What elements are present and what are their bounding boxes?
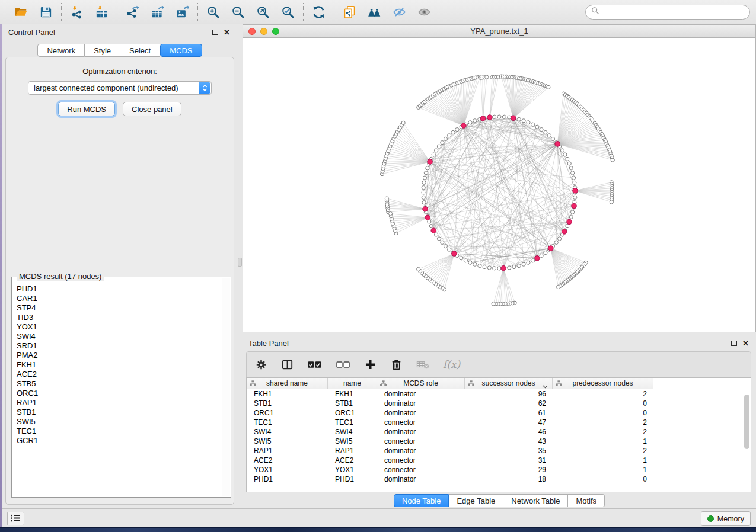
run-mcds-button[interactable]: Run MCDS bbox=[58, 102, 115, 116]
result-node-item[interactable]: ACE2 bbox=[17, 370, 221, 379]
result-node-item[interactable]: SWI4 bbox=[17, 332, 221, 341]
result-node-item[interactable]: PMA2 bbox=[17, 351, 221, 360]
table-cell[interactable]: dominator bbox=[377, 389, 465, 399]
result-node-item[interactable]: STB1 bbox=[17, 408, 221, 417]
maximize-window-icon[interactable] bbox=[272, 28, 279, 35]
result-list-scrollbar[interactable] bbox=[222, 278, 230, 496]
close-window-icon[interactable] bbox=[248, 28, 256, 35]
table-cell[interactable]: dominator bbox=[377, 399, 465, 408]
zoom-selected-button[interactable] bbox=[279, 3, 297, 21]
import-table-button[interactable] bbox=[92, 3, 111, 21]
minimize-window-icon[interactable] bbox=[260, 28, 267, 35]
zoom-in-button[interactable] bbox=[204, 3, 222, 21]
result-node-item[interactable]: CAR1 bbox=[17, 294, 221, 303]
table-cell[interactable]: 35 bbox=[465, 446, 553, 456]
zoom-out-button[interactable] bbox=[229, 3, 247, 21]
column-header-predecessor-nodes[interactable]: predecessor nodes bbox=[553, 378, 653, 389]
memory-button[interactable]: Memory bbox=[701, 511, 751, 526]
table-cell[interactable]: RAP1 bbox=[247, 446, 328, 456]
table-cell[interactable]: ORC1 bbox=[247, 408, 328, 418]
criterion-dropdown[interactable]: largest connected component (undirected) bbox=[28, 81, 212, 95]
table-cell[interactable]: 0 bbox=[553, 399, 653, 408]
table-row[interactable]: YOX1YOX1connector291 bbox=[247, 465, 751, 475]
result-node-item[interactable]: STP4 bbox=[17, 303, 221, 313]
tab-select[interactable]: Select bbox=[120, 44, 160, 57]
close-table-panel-icon[interactable]: ✕ bbox=[742, 339, 749, 347]
vertical-splitter[interactable] bbox=[237, 24, 243, 508]
table-row[interactable]: SWI4SWI4dominator462 bbox=[247, 427, 751, 437]
search-input[interactable] bbox=[603, 8, 744, 17]
table-cell[interactable]: YOX1 bbox=[328, 465, 377, 475]
table-row[interactable]: TEC1TEC1connector472 bbox=[247, 418, 751, 427]
table-cell[interactable]: 61 bbox=[465, 408, 553, 418]
table-cell[interactable]: TEC1 bbox=[247, 418, 328, 427]
table-cell[interactable]: 2 bbox=[553, 418, 653, 427]
tab-edge-table[interactable]: Edge Table bbox=[449, 494, 503, 507]
table-cell[interactable]: connector bbox=[377, 456, 465, 465]
table-cell[interactable]: 0 bbox=[553, 475, 653, 484]
table-cell[interactable]: FKH1 bbox=[328, 389, 377, 399]
table-cell[interactable]: ORC1 bbox=[328, 408, 377, 418]
table-cell[interactable]: 0 bbox=[553, 408, 653, 418]
table-row[interactable]: RAP1RAP1dominator352 bbox=[247, 446, 751, 456]
table-cell[interactable]: STB1 bbox=[328, 399, 377, 408]
table-row[interactable]: ACE2ACE2connector311 bbox=[247, 456, 751, 465]
result-node-item[interactable]: PHD1 bbox=[17, 284, 221, 294]
zoom-fit-button[interactable] bbox=[254, 3, 272, 21]
result-node-item[interactable]: TEC1 bbox=[17, 427, 221, 436]
settings-icon[interactable] bbox=[255, 358, 267, 371]
clone-network-button[interactable] bbox=[340, 3, 359, 21]
column-header-name[interactable]: name bbox=[328, 378, 377, 389]
table-cell[interactable]: connector bbox=[377, 437, 465, 446]
hide-selected-button[interactable] bbox=[390, 3, 409, 21]
table-cell[interactable]: connector bbox=[377, 465, 465, 475]
table-cell[interactable]: 47 bbox=[465, 418, 553, 427]
split-panel-icon[interactable] bbox=[281, 358, 294, 371]
close-panel-icon[interactable]: ✕ bbox=[224, 28, 230, 36]
table-cell[interactable]: PHD1 bbox=[247, 475, 328, 484]
table-cell[interactable]: 1 bbox=[553, 437, 653, 446]
export-table-button[interactable] bbox=[148, 3, 167, 21]
result-node-item[interactable]: TID3 bbox=[17, 313, 221, 322]
refresh-button[interactable] bbox=[310, 3, 328, 21]
table-cell[interactable]: 1 bbox=[553, 465, 653, 475]
table-cell[interactable]: 31 bbox=[465, 456, 553, 465]
table-cell[interactable]: connector bbox=[377, 418, 465, 427]
tab-network-table[interactable]: Network Table bbox=[503, 494, 568, 507]
save-button[interactable] bbox=[37, 3, 55, 21]
table-cell[interactable]: dominator bbox=[377, 427, 465, 437]
table-cell[interactable]: 62 bbox=[465, 399, 553, 408]
table-cell[interactable]: 2 bbox=[553, 446, 653, 456]
delete-column-icon[interactable] bbox=[390, 358, 403, 371]
network-canvas[interactable] bbox=[243, 38, 755, 332]
table-cell[interactable]: dominator bbox=[377, 446, 465, 456]
column-header-shared-name[interactable]: shared name bbox=[247, 378, 328, 389]
table-cell[interactable]: SWI5 bbox=[247, 437, 328, 446]
search-box[interactable] bbox=[585, 5, 750, 20]
deselect-all-icon[interactable] bbox=[336, 360, 350, 369]
result-node-item[interactable]: SRD1 bbox=[17, 341, 221, 351]
table-cell[interactable]: RAP1 bbox=[328, 446, 377, 456]
table-cell[interactable]: 18 bbox=[465, 475, 553, 484]
export-network-button[interactable] bbox=[123, 3, 142, 21]
table-cell[interactable]: TEC1 bbox=[328, 418, 377, 427]
table-row[interactable]: SWI5SWI5connector431 bbox=[247, 437, 751, 446]
open-button[interactable] bbox=[12, 3, 30, 21]
import-network-button[interactable] bbox=[68, 3, 86, 21]
search-network-button[interactable] bbox=[365, 3, 384, 21]
table-cell[interactable]: ACE2 bbox=[328, 456, 377, 465]
float-table-panel-icon[interactable] bbox=[731, 341, 737, 346]
table-cell[interactable]: 46 bbox=[465, 427, 553, 437]
table-row[interactable]: PHD1PHD1dominator180 bbox=[247, 475, 751, 484]
select-all-icon[interactable] bbox=[307, 360, 322, 369]
tab-style[interactable]: Style bbox=[85, 44, 120, 57]
table-row[interactable]: STB1STB1dominator620 bbox=[247, 399, 751, 408]
result-node-item[interactable]: FKH1 bbox=[17, 360, 221, 370]
add-column-icon[interactable] bbox=[364, 358, 377, 371]
table-cell[interactable]: SWI4 bbox=[328, 427, 377, 437]
show-all-button[interactable] bbox=[415, 3, 433, 21]
result-node-item[interactable]: RAP1 bbox=[17, 398, 221, 408]
table-cell[interactable]: SWI4 bbox=[247, 427, 328, 437]
column-header-successor-nodes[interactable]: successor nodes bbox=[465, 378, 553, 389]
tab-motifs[interactable]: Motifs bbox=[568, 494, 605, 507]
